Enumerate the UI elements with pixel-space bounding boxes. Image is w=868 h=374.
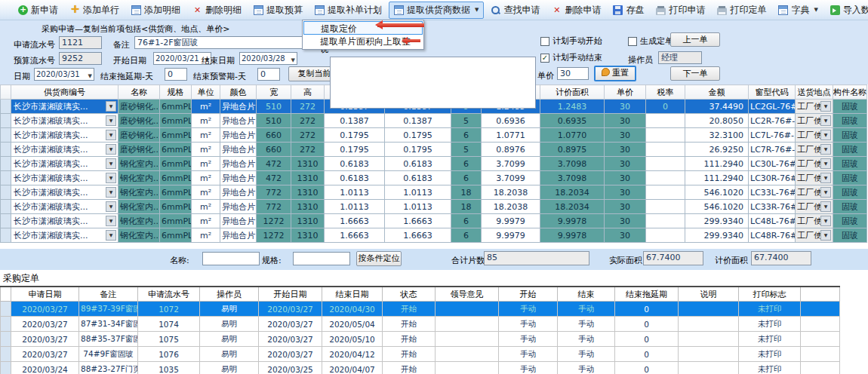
toolbar-button-12[interactable]: 打印定单 xyxy=(712,2,771,19)
supplier-dropdown-icon[interactable]: ▼ xyxy=(106,158,116,169)
table-row[interactable]: 2020/03/2774#9F窗固玻1076易明2020/03/272020/0… xyxy=(1,347,840,362)
chevron-down-icon[interactable]: ▼ xyxy=(814,7,817,13)
toolbar-button-11[interactable]: 打印申请 xyxy=(651,2,710,19)
price-field[interactable]: 30 xyxy=(557,67,589,80)
table-row[interactable]: 2020/03/2488#23-27F门页玻1035易明2020/03/2520… xyxy=(1,362,840,374)
table-row[interactable]: 长沙市潇湘玻璃实...▼钢化室内..6mmPLE..m²异地合片77213101… xyxy=(1,185,867,200)
toolbar-button-1[interactable]: 新申请 xyxy=(13,2,63,19)
toolbar-button-2[interactable]: 添加单行 xyxy=(65,2,125,19)
chevron-down-icon[interactable]: ▼ xyxy=(475,7,479,13)
generate-order-checkbox[interactable]: 生成定单 xyxy=(628,35,673,47)
toolbar-button-3[interactable]: 添加明细 xyxy=(126,2,186,19)
supplier-dropdown-icon[interactable]: ▼ xyxy=(106,101,116,112)
toolbar-button-8[interactable]: 查找申请 xyxy=(485,2,545,19)
manual-start-checkbox[interactable]: 计划手动开始 xyxy=(540,35,602,47)
end-delay-field[interactable]: 0 xyxy=(165,68,187,81)
table-row[interactable]: 长沙市潇湘玻璃实...▼磨砂钢化..6mmPLE..m²异地合片6602720.… xyxy=(1,128,867,143)
row-selector[interactable] xyxy=(1,171,11,185)
delivery-dropdown-icon[interactable]: ▼ xyxy=(820,230,831,241)
table-row[interactable]: 长沙市潇湘玻璃实...▼钢化室内..6mmPLE..m²异地合片47213100… xyxy=(1,171,867,185)
column-header[interactable]: 送货地点 xyxy=(796,85,833,100)
column-header[interactable]: 宽 xyxy=(257,85,291,100)
column-header[interactable]: 结束 xyxy=(558,287,615,302)
supplier-dropdown-icon[interactable]: ▼ xyxy=(106,144,116,155)
column-header[interactable]: 打印标志 xyxy=(739,287,801,302)
table-row[interactable]: 长沙市潇湘玻璃实...▼钢化室内..6mmPLE..m²异地合片77213101… xyxy=(1,200,867,214)
checkbox-checked-icon[interactable]: ✓ xyxy=(540,54,549,63)
toolbar-button-13[interactable]: 字典▼ xyxy=(773,2,823,19)
row-selector[interactable] xyxy=(1,214,11,228)
row-selector[interactable] xyxy=(1,114,11,128)
delivery-dropdown-icon[interactable]: ▼ xyxy=(820,187,831,198)
delivery-dropdown-icon[interactable]: ▼ xyxy=(820,216,831,226)
column-header[interactable]: 单位 xyxy=(192,85,220,100)
operator-field[interactable]: 经理 xyxy=(658,51,702,64)
table-row[interactable]: 长沙市潇湘玻璃实...▼钢化室内..6mmPLE..m²异地合片12721310… xyxy=(1,214,867,228)
chevron-down-icon[interactable]: ▼ xyxy=(88,71,92,82)
date-combo[interactable]: 2020/03/31▼ xyxy=(34,68,94,81)
column-header[interactable]: 税率 xyxy=(646,85,685,100)
delivery-dropdown-icon[interactable]: ▼ xyxy=(820,173,831,183)
column-header[interactable]: 状态 xyxy=(383,287,436,302)
column-header[interactable]: 计价面积 xyxy=(540,85,605,100)
supplier-dropdown-icon[interactable]: ▼ xyxy=(106,115,116,126)
row-selector[interactable] xyxy=(1,200,11,214)
toolbar-button-7[interactable]: 提取供货商数据▼ xyxy=(389,2,484,19)
row-selector[interactable] xyxy=(1,128,11,143)
toolbar-button-9[interactable]: 删除申请 xyxy=(546,2,606,19)
row-selector[interactable] xyxy=(1,185,11,200)
column-header[interactable]: 结束日期 xyxy=(322,287,383,302)
column-header[interactable]: 颜色 xyxy=(220,85,257,100)
locate-button[interactable]: 按条件定位 xyxy=(356,251,402,266)
column-header[interactable]: 领导意见 xyxy=(436,287,499,302)
column-header[interactable]: 申请日期 xyxy=(11,287,79,302)
supplier-dropdown-icon[interactable]: ▼ xyxy=(106,130,116,140)
column-header[interactable]: 申请流水号 xyxy=(138,287,200,302)
column-header[interactable]: 结束拖延期 xyxy=(615,287,679,302)
column-header[interactable]: 规格 xyxy=(160,85,192,100)
filter-name-input[interactable] xyxy=(202,252,260,265)
table-row[interactable]: 2020/03/2787#31-34F窗固玻1074易明2020/03/2720… xyxy=(1,317,840,332)
apply-no-field[interactable]: 1121 xyxy=(59,36,102,49)
manual-end-checkbox[interactable]: ✓ 计划手动结束 xyxy=(540,52,602,63)
row-selector[interactable] xyxy=(1,332,11,347)
row-selector[interactable] xyxy=(1,228,11,243)
toolbar-button-5[interactable]: 提取预算 xyxy=(248,2,308,19)
row-selector[interactable] xyxy=(1,317,11,332)
column-header[interactable]: 说明 xyxy=(679,287,739,302)
table-row[interactable]: 长沙市潇湘玻璃实...▼磨砂钢化..6mmPLE..m²异地合片6602720.… xyxy=(1,143,867,157)
row-selector[interactable] xyxy=(1,347,11,362)
supplier-dropdown-icon[interactable]: ▼ xyxy=(106,187,116,198)
delivery-dropdown-icon[interactable]: ▼ xyxy=(820,115,831,126)
column-header[interactable]: 单价 xyxy=(605,85,646,100)
toolbar-button-6[interactable]: 提取补单计划 xyxy=(309,2,387,19)
supplier-dropdown-icon[interactable]: ▼ xyxy=(106,173,116,183)
toolbar-button-14[interactable]: 导入数据 xyxy=(825,2,868,19)
column-header[interactable]: 备注 xyxy=(79,287,138,302)
checkbox-icon[interactable] xyxy=(540,37,549,46)
supplier-dropdown-icon[interactable]: ▼ xyxy=(106,216,116,226)
end-date-combo[interactable]: 2020/03/28▼ xyxy=(239,52,297,65)
table-row[interactable]: 长沙市潇湘玻璃实...▼钢化室内..6mmPLE..m²异地合片47213100… xyxy=(1,157,867,171)
table-row[interactable]: 2020/03/2789#37-39F窗固玻1072易明2020/03/2720… xyxy=(1,302,840,317)
delivery-dropdown-icon[interactable]: ▼ xyxy=(820,158,831,169)
remark-field[interactable]: 76#1-2F窗固玻 xyxy=(134,36,323,49)
table-row[interactable]: 2020/03/2788#35-37F窗固玻1075易明2020/03/2720… xyxy=(1,332,840,347)
chevron-down-icon[interactable]: ▼ xyxy=(291,55,295,66)
filter-spec-input[interactable] xyxy=(293,252,350,265)
row-selector[interactable] xyxy=(1,143,11,157)
column-header[interactable]: 窗型代码 xyxy=(749,85,796,100)
column-header[interactable]: 高 xyxy=(291,85,325,100)
delivery-dropdown-icon[interactable]: ▼ xyxy=(820,101,831,112)
column-header[interactable]: 构件名称 xyxy=(833,85,867,100)
row-selector[interactable] xyxy=(1,157,11,171)
row-selector[interactable] xyxy=(1,302,11,317)
supplier-dropdown-icon[interactable]: ▼ xyxy=(106,230,116,241)
delivery-dropdown-icon[interactable]: ▼ xyxy=(820,130,831,140)
column-header[interactable]: 操作员 xyxy=(200,287,259,302)
column-header[interactable]: 供货商编号 xyxy=(11,85,119,100)
prev-order-button[interactable]: 上一单 xyxy=(670,32,720,47)
table-row[interactable]: 长沙市潇湘玻璃实...▼磨砂钢化..6mmPLE..m²异地合片5102720.… xyxy=(1,114,867,128)
row-selector[interactable] xyxy=(1,100,11,114)
toolbar-button-4[interactable]: 删除明细 xyxy=(187,2,247,19)
